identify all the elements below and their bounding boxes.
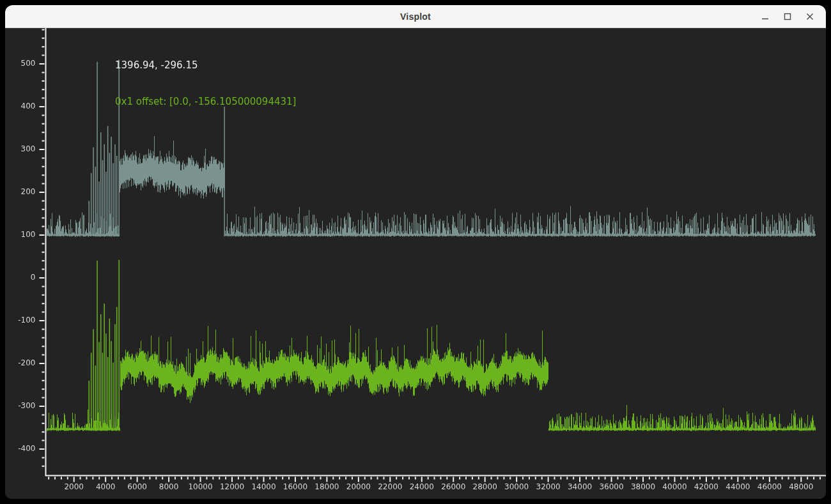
window-controls	[758, 5, 817, 27]
application-window: Visplot 1396.94, -296.15 0x1 offset: [0.…	[5, 5, 826, 499]
window-title: Visplot	[400, 11, 431, 22]
close-icon	[805, 12, 814, 21]
maximize-icon	[783, 12, 792, 21]
minimize-icon	[761, 12, 770, 21]
plot-canvas[interactable]	[5, 28, 826, 499]
titlebar[interactable]: Visplot	[5, 5, 826, 28]
screen: { "window": { "title": "Visplot", "icons…	[0, 0, 831, 504]
minimize-button[interactable]	[758, 10, 772, 24]
plot-area: 1396.94, -296.15 0x1 offset: [0.0, -156.…	[5, 28, 826, 499]
close-button[interactable]	[803, 10, 817, 24]
maximize-button[interactable]	[781, 10, 795, 24]
